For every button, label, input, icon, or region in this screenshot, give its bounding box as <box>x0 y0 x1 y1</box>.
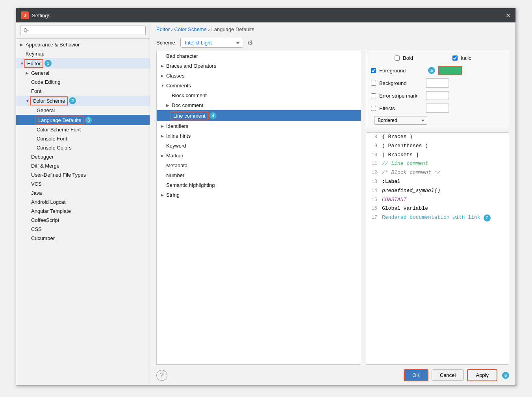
sidebar-item-debugger[interactable]: Debugger <box>16 152 150 161</box>
code-content: CONSTANT <box>382 196 406 204</box>
step-badge-7: 7 <box>484 214 491 222</box>
italic-row: Italic <box>452 55 504 61</box>
bottom-bar: ? OK Cancel Apply 6 <box>150 365 515 385</box>
line-number: 9 <box>366 142 382 150</box>
sidebar: ▶ Appearance & Behavior Keymap ▼ Editor … <box>16 22 150 385</box>
sidebar-item-cs-font[interactable]: Color Scheme Font <box>16 125 150 134</box>
apply-button[interactable]: Apply <box>467 369 497 381</box>
effects-checkbox[interactable] <box>371 106 376 111</box>
sidebar-item-angular-template[interactable]: Angular Template <box>16 207 150 216</box>
line-number: 14 <box>366 187 382 195</box>
sidebar-item-user-defined[interactable]: User-Defined File Types <box>16 170 150 179</box>
right-panel: Bold Italic Foreground <box>366 51 509 365</box>
effects-select[interactable]: Bordered Underline Bold Underline Strike… <box>374 116 427 125</box>
background-color-box[interactable] <box>426 78 449 88</box>
sidebar-item-label: Code Editing <box>31 79 60 85</box>
sidebar-item-android-logcat[interactable]: Android Logcat <box>16 198 150 207</box>
italic-label: Italic <box>461 55 504 61</box>
code-line-8: 8 { Braces } <box>366 133 509 142</box>
token-keyword[interactable]: Keyword <box>157 141 361 151</box>
italic-checkbox[interactable] <box>452 55 458 61</box>
token-braces-ops[interactable]: ▶ Braces and Operators <box>157 61 361 71</box>
error-stripe-color-box[interactable] <box>426 91 449 100</box>
token-label: Inline hints <box>166 133 191 139</box>
code-content: ( Parentheses ) <box>382 142 428 150</box>
token-bad-char[interactable]: Bad character <box>157 51 361 61</box>
sidebar-item-java[interactable]: Java <box>16 188 150 198</box>
breadcrumb-editor[interactable]: Editor <box>156 26 170 32</box>
close-button[interactable]: ✕ <box>506 12 511 19</box>
sidebar-item-code-editing[interactable]: Code Editing <box>16 78 150 87</box>
code-content: Rendered documentation with link <box>382 214 480 222</box>
sidebar-item-editor[interactable]: ▼ Editor 1 <box>16 58 150 68</box>
code-content: /* Block comment */ <box>382 169 440 177</box>
sidebar-item-vcs[interactable]: VCS <box>16 179 150 188</box>
sidebar-item-label: User-Defined File Types <box>31 172 86 178</box>
code-content: Global variable <box>382 205 428 213</box>
sidebar-item-label: Editor <box>26 60 42 67</box>
cancel-button[interactable]: Cancel <box>432 369 464 381</box>
token-block-comment[interactable]: Block comment <box>157 90 361 100</box>
token-number[interactable]: Number <box>157 170 361 180</box>
sidebar-item-coffeescript[interactable]: CoffeeScript <box>16 216 150 225</box>
dialog-title: Settings <box>32 13 506 18</box>
step-badge-6: 6 <box>502 372 509 379</box>
sidebar-item-language-defaults[interactable]: Language Defaults 3 <box>16 115 150 125</box>
token-identifiers[interactable]: ▶ Identifiers <box>157 121 361 131</box>
chevron-icon <box>161 144 166 148</box>
sidebar-item-font[interactable]: Font <box>16 87 150 96</box>
bg-checkbox-row: Background <box>371 80 423 86</box>
sidebar-item-appearance[interactable]: ▶ Appearance & Behavior <box>16 40 150 49</box>
token-markup[interactable]: ▶ Markup <box>157 151 361 161</box>
sidebar-item-general[interactable]: ▶ General <box>16 68 150 78</box>
foreground-checkbox[interactable] <box>371 68 376 73</box>
token-inline-hints[interactable]: ▶ Inline hints <box>157 131 361 141</box>
token-metadata[interactable]: Metadata <box>157 161 361 170</box>
background-label: Background <box>379 80 423 86</box>
effects-color-box[interactable] <box>426 103 449 113</box>
code-line-9: 9 ( Parentheses ) <box>366 142 509 151</box>
sidebar-item-label: VCS <box>31 181 42 187</box>
token-doc-comment[interactable]: ▶ Doc comment <box>157 100 361 110</box>
sidebar-item-cucumber[interactable]: Cucumber <box>16 234 150 243</box>
sidebar-item-console-font[interactable]: Console Font <box>16 134 150 143</box>
chevron-icon: ▶ <box>161 134 166 138</box>
ok-button[interactable]: OK <box>404 369 428 381</box>
token-semantic-highlighting[interactable]: Semantic highlighting <box>157 180 361 190</box>
token-string[interactable]: ▶ String <box>157 190 361 200</box>
error-stripe-checkbox[interactable] <box>371 93 376 98</box>
chevron-icon <box>161 54 166 58</box>
breadcrumb-sep1: › <box>171 26 174 32</box>
line-number: 12 <box>366 169 382 177</box>
sidebar-item-label: Console Colors <box>37 145 72 151</box>
token-comments[interactable]: ▼ Comments <box>157 81 361 90</box>
sidebar-item-cs-general[interactable]: General <box>16 106 150 115</box>
sidebar-item-console-colors[interactable]: Console Colors <box>16 143 150 152</box>
sidebar-item-label: Java <box>31 190 42 196</box>
foreground-color-box[interactable] <box>438 66 462 75</box>
token-label: Doc comment <box>172 102 203 108</box>
help-button[interactable]: ? <box>156 370 167 381</box>
background-checkbox[interactable] <box>371 81 376 86</box>
sidebar-item-keymap[interactable]: Keymap <box>16 49 150 58</box>
line-number: 13 <box>366 178 382 186</box>
chevron-icon: ▶ <box>161 74 166 78</box>
chevron-icon <box>161 183 166 187</box>
sidebar-item-diff-merge[interactable]: Diff & Merge <box>16 161 150 170</box>
bold-checkbox[interactable] <box>395 55 400 61</box>
code-content: predefined_symbol() <box>382 187 440 195</box>
token-classes[interactable]: ▶ Classes <box>157 71 361 81</box>
chevron-icon: ▼ <box>20 61 26 66</box>
sidebar-item-color-scheme[interactable]: ▼ Color Scheme 2 <box>16 96 150 106</box>
chevron-icon: ▶ <box>161 193 166 197</box>
scheme-bar: Scheme: IntelliJ Light Default Darcula H… <box>150 35 515 51</box>
token-line-comment[interactable]: Line comment 4 <box>157 110 361 121</box>
sidebar-item-css[interactable]: CSS <box>16 225 150 234</box>
search-input[interactable] <box>20 26 146 35</box>
line-number: 15 <box>366 196 382 204</box>
gear-button[interactable]: ⚙ <box>247 39 253 46</box>
sidebar-item-label: Angular Template <box>31 208 71 214</box>
scheme-select[interactable]: IntelliJ Light Default Darcula High Cont… <box>180 38 243 48</box>
fg-checkbox-row: Foreground 5 <box>371 67 435 74</box>
breadcrumb-color-scheme[interactable]: Color Scheme <box>174 26 207 32</box>
